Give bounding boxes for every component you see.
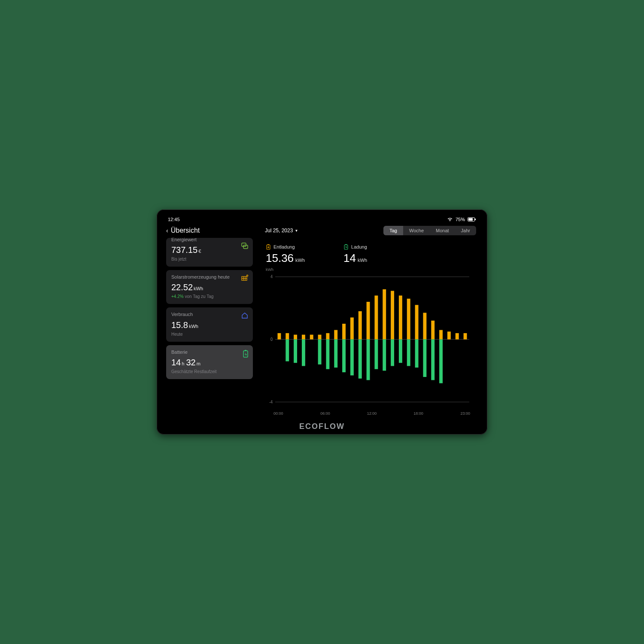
svg-rect-1 — [468, 218, 473, 221]
svg-rect-43 — [447, 331, 451, 339]
svg-point-9 — [246, 275, 248, 276]
main-panel: Entladung 15.36kWh Ladung 14kWh — [256, 238, 481, 420]
svg-rect-13 — [267, 244, 269, 245]
triangle-down-icon: ▼ — [295, 229, 298, 233]
svg-rect-25 — [302, 335, 305, 340]
svg-rect-45 — [464, 333, 467, 340]
header: ‹ Übersicht Jul 25, 2023 ▼ Tag Woche Mon… — [163, 224, 481, 238]
battery-charging-icon — [243, 349, 249, 358]
svg-rect-44 — [456, 333, 459, 340]
svg-rect-11 — [245, 350, 246, 351]
svg-rect-42 — [439, 330, 443, 340]
metric-ladung: Ladung 14kWh — [343, 244, 367, 265]
svg-text:-4: -4 — [269, 399, 273, 404]
card-verbrauch[interactable]: Verbrauch 15.8kWh Heute — [166, 307, 253, 341]
svg-rect-22 — [277, 333, 281, 340]
svg-rect-29 — [334, 330, 337, 340]
svg-rect-50 — [326, 340, 329, 369]
date-picker[interactable]: Jul 25, 2023 ▼ — [265, 228, 298, 234]
svg-text:0: 0 — [270, 337, 273, 342]
svg-rect-46 — [286, 340, 289, 361]
card-sub: Geschätzte Restlaufzeit — [171, 369, 248, 374]
battery-discharge-icon — [266, 244, 271, 250]
svg-rect-59 — [399, 340, 402, 363]
svg-rect-51 — [334, 340, 337, 368]
svg-rect-2 — [475, 219, 476, 220]
svg-rect-47 — [294, 340, 297, 363]
svg-rect-54 — [358, 340, 362, 379]
svg-rect-23 — [286, 333, 289, 340]
tab-woche[interactable]: Woche — [403, 226, 430, 235]
card-batterie[interactable]: Batterie 14h32m Geschätzte Restlaufzeit — [166, 345, 253, 379]
svg-rect-30 — [342, 324, 346, 339]
tab-tag[interactable]: Tag — [383, 226, 403, 235]
svg-rect-61 — [415, 340, 419, 368]
battery-icon — [468, 217, 476, 222]
back-button[interactable]: ‹ Übersicht — [166, 227, 256, 234]
svg-rect-49 — [318, 340, 322, 365]
svg-rect-53 — [350, 340, 354, 376]
card-label: Batterie — [171, 349, 236, 355]
svg-rect-48 — [302, 340, 305, 366]
svg-rect-24 — [294, 335, 297, 340]
svg-rect-55 — [367, 340, 370, 380]
tablet-frame: 12:45 75% ‹ Übersicht Jul 25, 2023 ▼ — [157, 210, 487, 434]
svg-rect-26 — [310, 335, 313, 340]
svg-rect-15 — [345, 244, 347, 245]
svg-rect-28 — [326, 333, 329, 340]
svg-rect-41 — [431, 321, 434, 340]
svg-rect-57 — [383, 340, 386, 371]
chevron-left-icon: ‹ — [166, 227, 168, 234]
svg-rect-37 — [399, 295, 402, 339]
svg-rect-38 — [407, 299, 410, 340]
money-icon — [241, 242, 249, 250]
card-value: 15.8 — [171, 320, 188, 330]
chart: -404 00:0006:0012:0018:0023:00 — [266, 269, 472, 416]
svg-rect-3 — [242, 243, 246, 246]
svg-rect-52 — [342, 340, 346, 373]
card-solar[interactable]: Solarstromerzeugung heute 22.52kWh +4.2%… — [166, 270, 253, 304]
svg-rect-34 — [374, 295, 378, 339]
card-value: 22.52 — [171, 283, 193, 292]
card-label: Energiewert — [171, 238, 236, 243]
range-tabs: Tag Woche Monat Jahr — [383, 226, 476, 235]
card-value: 737.15 — [171, 245, 197, 255]
svg-rect-27 — [318, 335, 322, 340]
svg-rect-39 — [415, 305, 419, 339]
svg-rect-33 — [367, 302, 370, 340]
svg-rect-31 — [350, 317, 354, 339]
svg-rect-60 — [407, 340, 410, 366]
date-label: Jul 25, 2023 — [265, 228, 293, 234]
page-title: Übersicht — [171, 227, 200, 234]
battery-percent: 75% — [456, 217, 465, 222]
svg-rect-40 — [423, 313, 426, 339]
svg-rect-63 — [431, 340, 434, 380]
card-label: Verbrauch — [171, 312, 236, 317]
card-energiewert[interactable]: Energiewert 737.15€ Bis jetzt — [166, 238, 253, 267]
solar-panel-icon — [241, 274, 249, 282]
svg-rect-64 — [439, 340, 443, 383]
svg-rect-35 — [383, 289, 386, 340]
tab-jahr[interactable]: Jahr — [455, 226, 476, 235]
card-sub: Bis jetzt — [171, 257, 248, 261]
metric-entladung: Entladung 15.36kWh — [266, 244, 305, 265]
wifi-icon — [447, 217, 453, 222]
card-label: Solarstromerzeugung heute — [171, 274, 236, 280]
tab-monat[interactable]: Monat — [430, 226, 455, 235]
sidebar: Energiewert 737.15€ Bis jetzt Solarstrom… — [163, 238, 256, 420]
metrics-row: Entladung 15.36kWh Ladung 14kWh — [266, 238, 472, 267]
svg-rect-62 — [423, 340, 426, 377]
chart-x-axis: 00:0006:0012:0018:0023:00 — [266, 411, 472, 416]
svg-text:4: 4 — [270, 274, 273, 279]
home-icon — [241, 312, 249, 319]
svg-rect-32 — [358, 311, 362, 340]
battery-charge-icon — [343, 244, 349, 250]
clock: 12:45 — [168, 217, 180, 222]
screen: 12:45 75% ‹ Übersicht Jul 25, 2023 ▼ — [163, 215, 481, 420]
svg-rect-36 — [391, 291, 394, 339]
brand-logo: ECOFLOW — [299, 422, 345, 431]
status-bar: 12:45 75% — [163, 215, 481, 224]
svg-rect-56 — [374, 340, 378, 369]
svg-rect-4 — [243, 245, 248, 249]
svg-rect-58 — [391, 340, 394, 366]
